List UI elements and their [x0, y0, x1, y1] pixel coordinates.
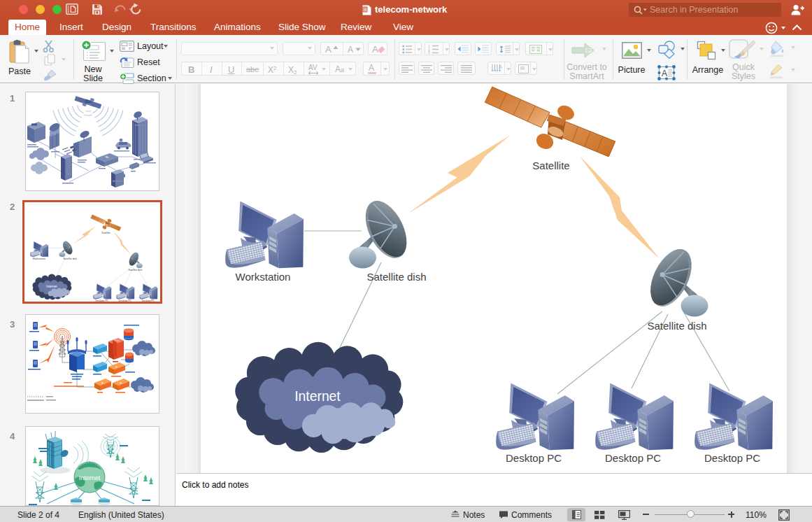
svg-text:*: *: [120, 381, 122, 387]
svg-text:Workstation: Workstation: [236, 271, 291, 283]
svg-text:Satellite dish: Satellite dish: [647, 320, 706, 332]
svg-text:Satellite: Satellite: [532, 160, 569, 171]
svg-text:Desktop PC: Desktop PC: [605, 452, 661, 464]
svg-text:A: A: [499, 64, 502, 69]
svg-text:A: A: [662, 69, 667, 78]
svg-text:Internet: Internet: [294, 389, 341, 404]
svg-text:Desktop PC: Desktop PC: [704, 452, 760, 464]
svg-text:Satellite dish: Satellite dish: [366, 271, 426, 283]
svg-text:*: *: [101, 381, 104, 387]
svg-text:*: *: [115, 365, 117, 371]
svg-text:Desktop PC: Desktop PC: [506, 452, 562, 464]
svg-text:3: 3: [428, 51, 430, 54]
svg-text:Internet: Internet: [79, 474, 101, 481]
